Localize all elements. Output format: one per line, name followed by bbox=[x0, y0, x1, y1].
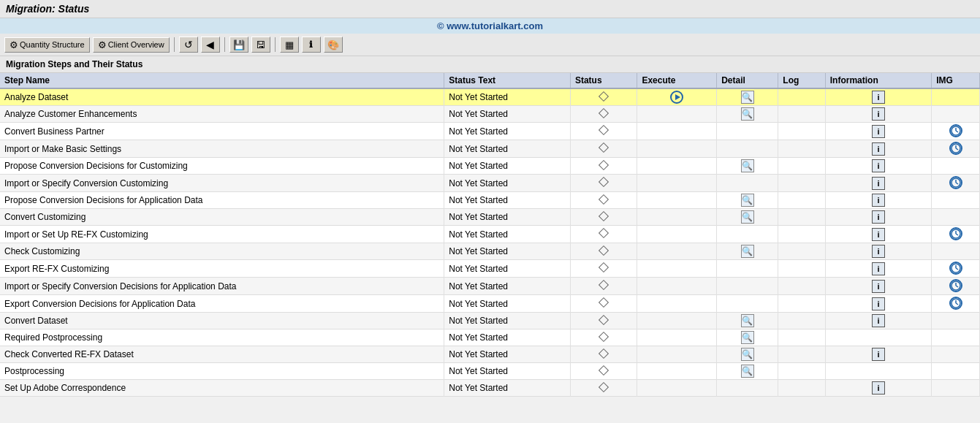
detail-icon[interactable]: 🔍 bbox=[741, 107, 754, 121]
status-diamond-icon bbox=[599, 365, 609, 375]
status-text-cell: Not Yet Started bbox=[444, 88, 571, 106]
execute-cell bbox=[637, 380, 717, 397]
detail-cell[interactable]: 🔍 bbox=[717, 209, 778, 226]
information-cell[interactable]: i bbox=[825, 158, 932, 175]
information-cell[interactable]: i bbox=[825, 175, 932, 192]
execute-cell[interactable] bbox=[637, 88, 717, 106]
information-icon[interactable]: i bbox=[872, 125, 885, 138]
detail-cell[interactable]: 🔍 bbox=[717, 363, 778, 380]
detail-cell[interactable]: 🔍 bbox=[717, 106, 778, 123]
toolbar-refresh-button[interactable]: ↺ bbox=[179, 37, 198, 53]
information-cell bbox=[825, 329, 932, 346]
status-cell bbox=[570, 209, 637, 226]
img-cell bbox=[932, 106, 980, 123]
detail-icon[interactable]: 🔍 bbox=[741, 365, 754, 378]
step-name-cell: Postprocessing bbox=[0, 363, 444, 380]
information-cell[interactable]: i bbox=[825, 192, 932, 209]
img-clock-icon[interactable] bbox=[949, 297, 962, 310]
information-cell[interactable]: i bbox=[825, 226, 932, 243]
detail-cell[interactable]: 🔍 bbox=[717, 346, 778, 363]
information-icon[interactable]: i bbox=[872, 280, 885, 293]
information-icon[interactable]: i bbox=[872, 107, 885, 121]
information-icon[interactable]: i bbox=[872, 177, 885, 190]
information-icon[interactable]: i bbox=[872, 245, 885, 258]
step-name-cell: Export Conversion Decisions for Applicat… bbox=[0, 295, 444, 313]
detail-icon[interactable]: 🔍 bbox=[741, 210, 754, 224]
detail-cell[interactable]: 🔍 bbox=[717, 329, 778, 346]
img-cell[interactable] bbox=[932, 123, 980, 140]
img-cell[interactable] bbox=[932, 278, 980, 295]
information-icon[interactable]: i bbox=[872, 348, 885, 361]
client-overview-button[interactable]: ⚙ Client Overview bbox=[93, 37, 170, 53]
detail-cell[interactable]: 🔍 bbox=[717, 192, 778, 209]
img-clock-icon[interactable] bbox=[949, 176, 962, 189]
log-cell bbox=[778, 106, 825, 123]
img-clock-icon[interactable] bbox=[949, 262, 962, 275]
detail-icon[interactable]: 🔍 bbox=[741, 159, 754, 172]
img-cell[interactable] bbox=[932, 295, 980, 313]
information-icon[interactable]: i bbox=[872, 314, 885, 327]
img-cell[interactable] bbox=[932, 260, 980, 278]
detail-icon[interactable]: 🔍 bbox=[741, 314, 754, 327]
information-icon[interactable]: i bbox=[872, 210, 885, 224]
detail-cell[interactable]: 🔍 bbox=[717, 243, 778, 260]
execute-icon[interactable] bbox=[670, 91, 683, 104]
information-icon[interactable]: i bbox=[872, 297, 885, 310]
img-cell[interactable] bbox=[932, 226, 980, 243]
img-cell[interactable] bbox=[932, 140, 980, 158]
information-icon[interactable]: i bbox=[872, 194, 885, 207]
information-cell[interactable]: i bbox=[825, 88, 932, 106]
toolbar-layout-button[interactable]: ▦ bbox=[280, 37, 299, 53]
information-icon[interactable]: i bbox=[872, 228, 885, 241]
information-icon[interactable]: i bbox=[872, 381, 885, 395]
detail-cell bbox=[717, 278, 778, 295]
img-clock-icon[interactable] bbox=[949, 124, 962, 137]
toolbar-info-button[interactable]: ℹ bbox=[302, 37, 321, 53]
detail-icon[interactable]: 🔍 bbox=[741, 194, 754, 207]
detail-icon[interactable]: 🔍 bbox=[741, 245, 754, 258]
table-row: PostprocessingNot Yet Started🔍 bbox=[0, 363, 980, 380]
detail-cell[interactable]: 🔍 bbox=[717, 313, 778, 329]
information-cell[interactable]: i bbox=[825, 140, 932, 158]
information-cell[interactable]: i bbox=[825, 346, 932, 363]
col-status: Status bbox=[570, 73, 637, 88]
information-cell[interactable]: i bbox=[825, 313, 932, 329]
img-cell[interactable] bbox=[932, 175, 980, 192]
img-clock-icon[interactable] bbox=[949, 279, 962, 292]
information-cell[interactable]: i bbox=[825, 209, 932, 226]
detail-icon[interactable]: 🔍 bbox=[741, 331, 754, 344]
table-row: Import or Specify Conversion Decisions f… bbox=[0, 278, 980, 295]
step-name-cell: Set Up Adobe Correspondence bbox=[0, 380, 444, 397]
information-cell[interactable]: i bbox=[825, 243, 932, 260]
information-cell[interactable]: i bbox=[825, 380, 932, 397]
information-cell[interactable]: i bbox=[825, 260, 932, 278]
img-cell bbox=[932, 192, 980, 209]
information-cell[interactable]: i bbox=[825, 106, 932, 123]
information-cell[interactable]: i bbox=[825, 278, 932, 295]
detail-cell bbox=[717, 123, 778, 140]
detail-cell[interactable]: 🔍 bbox=[717, 88, 778, 106]
toolbar-save-button[interactable]: 💾 bbox=[229, 37, 248, 53]
status-cell bbox=[570, 175, 637, 192]
step-name-cell: Analyze Customer Enhancements bbox=[0, 106, 444, 123]
detail-icon[interactable]: 🔍 bbox=[741, 348, 754, 361]
information-cell[interactable]: i bbox=[825, 295, 932, 313]
information-icon[interactable]: i bbox=[872, 142, 885, 156]
log-cell bbox=[778, 209, 825, 226]
toolbar-back-button[interactable]: ◀ bbox=[201, 37, 220, 53]
table-row: Set Up Adobe CorrespondenceNot Yet Start… bbox=[0, 380, 980, 397]
information-icon[interactable]: i bbox=[872, 91, 885, 104]
detail-icon[interactable]: 🔍 bbox=[741, 91, 754, 104]
detail-cell bbox=[717, 295, 778, 313]
watermark-bar: © www.tutorialkart.com bbox=[0, 18, 980, 34]
img-clock-icon[interactable] bbox=[949, 142, 962, 155]
toolbar-save2-button[interactable]: 🖫 bbox=[251, 37, 270, 53]
detail-cell[interactable]: 🔍 bbox=[717, 158, 778, 175]
quantity-structure-button[interactable]: ⚙ Quantity Structure bbox=[4, 37, 90, 53]
toolbar-color-button[interactable]: 🎨 bbox=[324, 37, 343, 53]
img-clock-icon[interactable] bbox=[949, 227, 962, 240]
information-cell[interactable]: i bbox=[825, 123, 932, 140]
status-cell bbox=[570, 158, 637, 175]
information-icon[interactable]: i bbox=[872, 159, 885, 172]
information-icon[interactable]: i bbox=[872, 262, 885, 275]
